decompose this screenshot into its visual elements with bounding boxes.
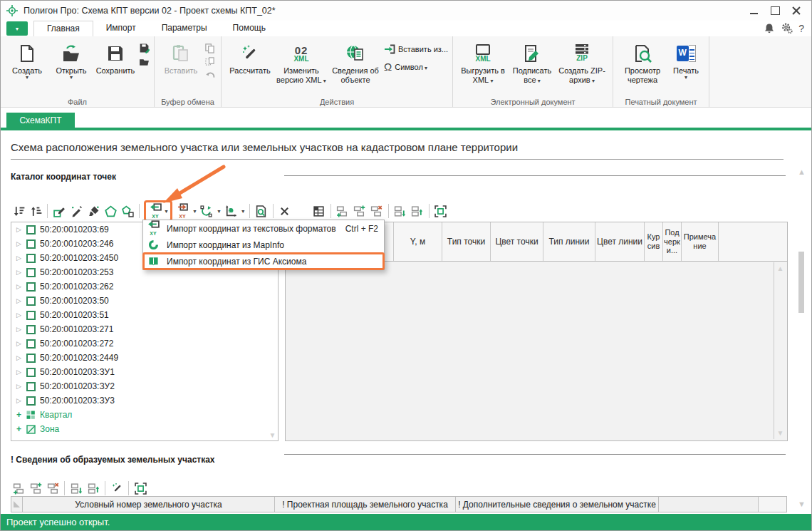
tree-item[interactable]: ▷50:20:0010203:51 [11,308,278,322]
pentagon-icon[interactable] [103,202,118,220]
page-scroll-down-arrow[interactable]: ▼ [798,500,806,508]
export-coordinates-button[interactable] [175,202,190,220]
scroll-up-arrow[interactable]: ▲ [777,264,784,272]
tree-group-kvartal[interactable]: +Квартал [11,408,278,422]
tree-item[interactable]: ▷50:20:0010203:271 [11,322,278,336]
rotate-icon[interactable] [199,202,214,220]
checkbox[interactable] [26,325,36,334]
preview-icon[interactable] [254,202,269,220]
import-coordinates-button[interactable] [147,202,163,220]
save-button[interactable]: Сохранить [93,38,137,76]
checkbox[interactable] [26,282,36,292]
delete-icon[interactable] [277,202,293,220]
maximize-button[interactable] [764,2,786,19]
expander-icon[interactable]: ▷ [16,326,22,333]
checkbox[interactable] [26,268,36,277]
point-axes-icon[interactable] [223,202,239,220]
close-button[interactable] [786,2,807,19]
help-icon[interactable] [798,23,804,34]
move-row-down-icon[interactable] [68,480,84,497]
checkbox[interactable] [26,297,36,306]
page-scroll-thumb[interactable] [798,252,804,313]
paste-special-button[interactable] [204,56,217,67]
tab-pomosch[interactable]: Помощь [220,21,279,36]
checkbox[interactable] [26,225,36,234]
checkbox[interactable] [26,339,36,349]
settings-gear-icon[interactable] [781,22,793,34]
tree-item[interactable]: ▷50:20:0010203:2449 [11,351,278,365]
tree-item[interactable]: ▷50:20:0010203:ЗУ3 [11,393,278,408]
expander-icon[interactable]: ▷ [16,383,22,390]
object-info-button[interactable]: Сведения об объекте [328,38,382,84]
tree-item[interactable]: ▷50:20:0010203:ЗУ2 [11,379,278,393]
tree-item[interactable]: ▷50:20:0010203:272 [11,336,278,351]
expander-icon[interactable]: ▷ [16,226,22,233]
notifications-bell-icon[interactable] [764,23,775,34]
move-row-up-icon[interactable] [410,202,425,220]
expander-icon[interactable]: ▷ [16,297,22,304]
copy-button[interactable] [204,43,217,53]
delete-row-icon[interactable] [369,202,385,220]
expander-icon[interactable]: ▷ [16,283,22,290]
copy-polygon-icon[interactable] [120,202,135,220]
checkbox[interactable] [26,239,36,249]
brush-icon[interactable] [85,202,101,220]
pencil-icon[interactable] [68,202,84,220]
menu-item-import-text-formats[interactable]: Импорт координат из текстовых форматов C… [143,220,384,237]
menu-item-import-gis-axioma[interactable]: Импорт координат из ГИС Аксиома [143,253,384,269]
tree-item[interactable]: ▷50:20:0010203:262 [11,279,278,294]
delete-row-icon[interactable] [45,480,61,497]
symbol-button[interactable]: Символ [384,61,448,73]
expander-icon[interactable]: ▷ [16,269,22,276]
plus-expander-icon[interactable]: + [16,410,22,420]
checkbox[interactable] [26,368,36,377]
checkbox[interactable] [26,254,36,263]
expander-icon[interactable]: ▷ [16,240,22,247]
checkbox[interactable] [26,354,36,363]
tab-parametry[interactable]: Параметры [149,21,220,36]
expander-icon[interactable]: ▷ [16,354,22,361]
scroll-down-arrow[interactable]: ▼ [269,431,276,439]
expander-icon[interactable]: ▷ [16,340,22,347]
move-row-up-icon[interactable] [85,480,101,497]
add-row-icon[interactable] [11,480,26,497]
open-recent-button[interactable] [139,56,150,67]
expander-icon[interactable]: ▷ [16,254,22,262]
open-button[interactable]: Открыть [49,38,93,80]
tree-group-zona[interactable]: +Зона [11,422,278,436]
change-xml-version-button[interactable]: Изменить версию XML [274,38,328,84]
calculate-button[interactable]: Рассчитать [226,38,274,76]
print-button[interactable]: W Печать [667,38,704,80]
table-icon[interactable] [311,202,327,220]
sign-all-button[interactable]: Подписать все [509,38,556,84]
sort-ascending-icon[interactable] [28,202,43,220]
expander-icon[interactable]: ▷ [16,311,22,319]
page-scroll-up-arrow[interactable]: ▲ [798,167,806,176]
paste-from-button[interactable]: Вставить из... [384,44,448,54]
create-zip-button[interactable]: Создать ZIP-архив [556,38,608,84]
expander-icon[interactable]: ▷ [16,397,22,404]
move-row-down-icon[interactable] [392,202,408,220]
tab-import[interactable]: Импорт [93,21,149,36]
create-button[interactable]: Создать [5,38,49,80]
checkbox[interactable] [26,382,36,391]
preview-drawing-button[interactable]: Просмотр чертежа [618,38,667,84]
menu-item-import-mapinfo[interactable]: Импорт координат из MapInfo [143,237,384,253]
magic-wand-icon[interactable] [109,480,125,497]
sort-descending-icon[interactable] [11,202,26,220]
expand-icon[interactable] [132,480,148,497]
sort-corner-cell[interactable] [11,497,23,512]
coords-table-scrollbar[interactable]: ▲ ▼ [774,262,786,439]
add-row-icon[interactable] [335,202,350,220]
export-xml-button[interactable]: Выгрузить в XML [457,38,509,84]
add-child-row-icon[interactable] [28,480,43,497]
checkbox[interactable] [26,311,36,320]
expander-icon[interactable]: ▷ [16,368,22,376]
edit-polygon-icon[interactable] [51,202,67,220]
paste-button[interactable]: Вставить [159,38,203,76]
expand-icon[interactable] [433,202,449,220]
scroll-down-arrow[interactable]: ▼ [777,429,784,437]
checkbox[interactable] [26,396,36,406]
tab-glavnaya[interactable]: Главная [33,21,93,36]
plus-expander-icon[interactable]: + [16,424,22,434]
